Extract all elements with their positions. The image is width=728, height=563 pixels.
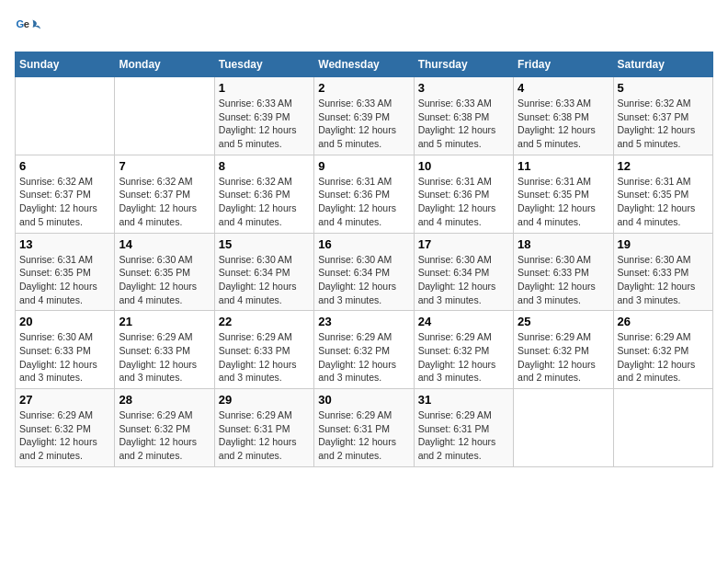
- day-detail: Sunrise: 6:29 AM Sunset: 6:32 PM Dayligh…: [318, 330, 409, 385]
- calendar-week-5: 27Sunrise: 6:29 AM Sunset: 6:32 PM Dayli…: [16, 389, 713, 467]
- weekday-header-saturday: Saturday: [613, 52, 712, 77]
- logo-icon: G e: [15, 15, 40, 40]
- calendar-cell: 7Sunrise: 6:32 AM Sunset: 6:37 PM Daylig…: [115, 155, 214, 233]
- calendar-cell: 2Sunrise: 6:33 AM Sunset: 6:39 PM Daylig…: [314, 77, 414, 155]
- calendar-cell: 8Sunrise: 6:32 AM Sunset: 6:36 PM Daylig…: [214, 155, 313, 233]
- weekday-header-friday: Friday: [514, 52, 613, 77]
- day-number: 15: [219, 237, 310, 251]
- day-detail: Sunrise: 6:33 AM Sunset: 6:39 PM Dayligh…: [318, 97, 409, 151]
- calendar-cell: 23Sunrise: 6:29 AM Sunset: 6:32 PM Dayli…: [314, 311, 414, 389]
- day-number: 21: [119, 315, 210, 328]
- day-detail: Sunrise: 6:30 AM Sunset: 6:33 PM Dayligh…: [618, 253, 709, 307]
- calendar-cell: 22Sunrise: 6:29 AM Sunset: 6:33 PM Dayli…: [214, 311, 313, 389]
- day-detail: Sunrise: 6:29 AM Sunset: 6:31 PM Dayligh…: [418, 408, 509, 463]
- day-number: 22: [219, 315, 310, 328]
- day-detail: Sunrise: 6:31 AM Sunset: 6:35 PM Dayligh…: [518, 175, 609, 229]
- calendar-cell: 3Sunrise: 6:33 AM Sunset: 6:38 PM Daylig…: [414, 77, 513, 155]
- weekday-header-monday: Monday: [115, 52, 214, 77]
- calendar-cell: 5Sunrise: 6:32 AM Sunset: 6:37 PM Daylig…: [613, 77, 712, 155]
- calendar-cell: 15Sunrise: 6:30 AM Sunset: 6:34 PM Dayli…: [214, 233, 313, 311]
- day-detail: Sunrise: 6:33 AM Sunset: 6:39 PM Dayligh…: [219, 97, 310, 151]
- day-number: 18: [518, 237, 609, 251]
- day-number: 26: [618, 315, 709, 328]
- calendar-cell: [613, 389, 712, 467]
- day-number: 8: [219, 159, 310, 173]
- day-number: 1: [219, 81, 310, 95]
- calendar-cell: [115, 77, 214, 155]
- day-detail: Sunrise: 6:29 AM Sunset: 6:32 PM Dayligh…: [19, 408, 110, 463]
- calendar-cell: 1Sunrise: 6:33 AM Sunset: 6:39 PM Daylig…: [214, 77, 313, 155]
- calendar-body: 1Sunrise: 6:33 AM Sunset: 6:39 PM Daylig…: [16, 77, 713, 467]
- day-detail: Sunrise: 6:32 AM Sunset: 6:37 PM Dayligh…: [618, 97, 709, 151]
- weekday-header-thursday: Thursday: [414, 52, 513, 77]
- day-detail: Sunrise: 6:33 AM Sunset: 6:38 PM Dayligh…: [418, 97, 509, 151]
- day-detail: Sunrise: 6:31 AM Sunset: 6:35 PM Dayligh…: [618, 175, 709, 229]
- day-detail: Sunrise: 6:30 AM Sunset: 6:34 PM Dayligh…: [318, 253, 409, 307]
- calendar-cell: 10Sunrise: 6:31 AM Sunset: 6:36 PM Dayli…: [414, 155, 513, 233]
- day-detail: Sunrise: 6:30 AM Sunset: 6:34 PM Dayligh…: [219, 253, 310, 307]
- calendar-cell: 25Sunrise: 6:29 AM Sunset: 6:32 PM Dayli…: [514, 311, 613, 389]
- day-detail: Sunrise: 6:32 AM Sunset: 6:37 PM Dayligh…: [119, 175, 210, 229]
- day-number: 23: [318, 315, 409, 328]
- day-number: 3: [418, 81, 509, 95]
- day-number: 10: [418, 159, 509, 173]
- day-number: 30: [318, 393, 409, 407]
- calendar-cell: 27Sunrise: 6:29 AM Sunset: 6:32 PM Dayli…: [16, 389, 115, 467]
- calendar-cell: 18Sunrise: 6:30 AM Sunset: 6:33 PM Dayli…: [514, 233, 613, 311]
- day-detail: Sunrise: 6:29 AM Sunset: 6:31 PM Dayligh…: [219, 408, 310, 463]
- calendar-week-3: 13Sunrise: 6:31 AM Sunset: 6:35 PM Dayli…: [16, 233, 713, 311]
- calendar-cell: 14Sunrise: 6:30 AM Sunset: 6:35 PM Dayli…: [115, 233, 214, 311]
- calendar-cell: [16, 77, 115, 155]
- day-detail: Sunrise: 6:33 AM Sunset: 6:38 PM Dayligh…: [518, 97, 609, 151]
- day-number: 31: [418, 393, 509, 407]
- day-number: 28: [119, 393, 210, 407]
- logo: G e: [15, 15, 44, 40]
- day-detail: Sunrise: 6:31 AM Sunset: 6:36 PM Dayligh…: [318, 175, 409, 229]
- calendar-cell: 24Sunrise: 6:29 AM Sunset: 6:32 PM Dayli…: [414, 311, 513, 389]
- calendar-week-4: 20Sunrise: 6:30 AM Sunset: 6:33 PM Dayli…: [16, 311, 713, 389]
- calendar-cell: 6Sunrise: 6:32 AM Sunset: 6:37 PM Daylig…: [16, 155, 115, 233]
- calendar-cell: 13Sunrise: 6:31 AM Sunset: 6:35 PM Dayli…: [16, 233, 115, 311]
- day-number: 6: [19, 159, 110, 173]
- svg-text:e: e: [24, 18, 29, 29]
- calendar-cell: 21Sunrise: 6:29 AM Sunset: 6:33 PM Dayli…: [115, 311, 214, 389]
- calendar-cell: 4Sunrise: 6:33 AM Sunset: 6:38 PM Daylig…: [514, 77, 613, 155]
- day-number: 17: [418, 237, 509, 251]
- calendar-cell: 29Sunrise: 6:29 AM Sunset: 6:31 PM Dayli…: [214, 389, 313, 467]
- weekday-header-wednesday: Wednesday: [314, 52, 414, 77]
- calendar-cell: 30Sunrise: 6:29 AM Sunset: 6:31 PM Dayli…: [314, 389, 414, 467]
- day-detail: Sunrise: 6:32 AM Sunset: 6:36 PM Dayligh…: [219, 175, 310, 229]
- day-number: 29: [219, 393, 310, 407]
- day-number: 14: [119, 237, 210, 251]
- calendar-cell: 12Sunrise: 6:31 AM Sunset: 6:35 PM Dayli…: [613, 155, 712, 233]
- day-detail: Sunrise: 6:30 AM Sunset: 6:33 PM Dayligh…: [19, 330, 110, 385]
- calendar-table: SundayMondayTuesdayWednesdayThursdayFrid…: [15, 52, 713, 467]
- day-detail: Sunrise: 6:30 AM Sunset: 6:35 PM Dayligh…: [119, 253, 210, 307]
- page-header: G e: [15, 15, 713, 40]
- calendar-week-2: 6Sunrise: 6:32 AM Sunset: 6:37 PM Daylig…: [16, 155, 713, 233]
- day-detail: Sunrise: 6:30 AM Sunset: 6:34 PM Dayligh…: [418, 253, 509, 307]
- day-detail: Sunrise: 6:32 AM Sunset: 6:37 PM Dayligh…: [19, 175, 110, 229]
- calendar-cell: 26Sunrise: 6:29 AM Sunset: 6:32 PM Dayli…: [613, 311, 712, 389]
- day-detail: Sunrise: 6:29 AM Sunset: 6:31 PM Dayligh…: [318, 408, 409, 463]
- day-number: 19: [618, 237, 709, 251]
- day-number: 24: [418, 315, 509, 328]
- weekday-header-tuesday: Tuesday: [214, 52, 313, 77]
- day-number: 25: [518, 315, 609, 328]
- day-number: 2: [318, 81, 409, 95]
- calendar-cell: 9Sunrise: 6:31 AM Sunset: 6:36 PM Daylig…: [314, 155, 414, 233]
- weekday-header-row: SundayMondayTuesdayWednesdayThursdayFrid…: [16, 52, 713, 77]
- calendar-cell: 17Sunrise: 6:30 AM Sunset: 6:34 PM Dayli…: [414, 233, 513, 311]
- day-number: 9: [318, 159, 409, 173]
- day-detail: Sunrise: 6:31 AM Sunset: 6:36 PM Dayligh…: [418, 175, 509, 229]
- day-number: 27: [19, 393, 110, 407]
- day-detail: Sunrise: 6:30 AM Sunset: 6:33 PM Dayligh…: [518, 253, 609, 307]
- day-detail: Sunrise: 6:29 AM Sunset: 6:32 PM Dayligh…: [119, 408, 210, 463]
- weekday-header-sunday: Sunday: [16, 52, 115, 77]
- day-number: 12: [618, 159, 709, 173]
- calendar-cell: 31Sunrise: 6:29 AM Sunset: 6:31 PM Dayli…: [414, 389, 513, 467]
- day-number: 11: [518, 159, 609, 173]
- calendar-cell: 20Sunrise: 6:30 AM Sunset: 6:33 PM Dayli…: [16, 311, 115, 389]
- day-detail: Sunrise: 6:29 AM Sunset: 6:33 PM Dayligh…: [119, 330, 210, 385]
- calendar-cell: [514, 389, 613, 467]
